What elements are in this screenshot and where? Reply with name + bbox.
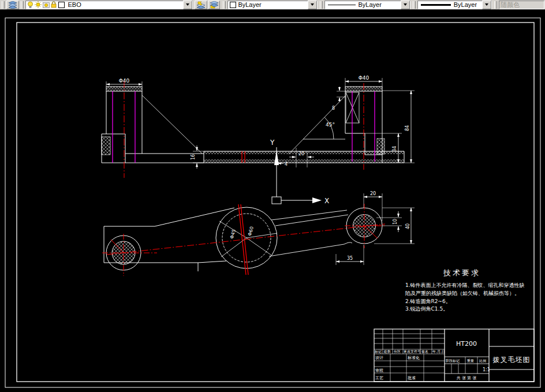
scale-value: 1:1: [483, 367, 490, 372]
make-layer-current-icon: [196, 1, 206, 9]
tech-req-line: 2.铸造圆角R2~6。: [405, 298, 451, 304]
tech-req-line: 3.锐边倒角C1.5。: [405, 306, 448, 312]
bulb-icon: [27, 1, 33, 8]
layers-stack-icon: [8, 1, 17, 9]
layer-color-swatch: [58, 2, 65, 8]
front-view-centerlines: [124, 81, 364, 178]
lineweight-value: ByLayer: [454, 1, 477, 8]
layer-properties-button[interactable]: [6, 1, 19, 9]
toolbar-grip[interactable]: [413, 1, 416, 9]
tb-header: 年.月.日: [432, 349, 445, 354]
dim-label-plate-thickness: 16: [191, 154, 196, 160]
color-value: ByLayer: [238, 1, 261, 8]
y-axis-label: Y: [270, 139, 275, 147]
lineweight-dropdown-arrow-icon[interactable]: [482, 1, 491, 9]
dim-label-lug-width: 20: [370, 191, 376, 196]
make-object-layer-current-button[interactable]: [195, 1, 207, 9]
tb-header: 分区: [394, 349, 401, 353]
ucs-icon: Y X: [270, 139, 329, 205]
front-view: [102, 87, 404, 163]
layers-toolbar: EBO ByLayer ByLayer ByLayer 随颜色: [0, 0, 545, 10]
plan-view-dimensions: Φ45 Φ60 20 35 10 40: [229, 191, 415, 265]
dim-label-chamfer-angle: 45°: [326, 122, 335, 128]
scale-label: 比例: [479, 359, 486, 363]
dim-label-boss-left-dia: Φ40: [119, 78, 130, 84]
linetype-sample: [328, 5, 356, 5]
dim-label-lug-od: 40: [405, 223, 410, 229]
lineweight-sample: [421, 4, 451, 6]
dim-label-step-height: 34: [392, 146, 397, 152]
tb-header: 处数: [383, 349, 391, 354]
role-audit: 审核: [375, 368, 383, 373]
sheet-note: 共 张 第 张: [457, 376, 477, 380]
layer-dropdown-arrow-icon[interactable]: [183, 1, 192, 9]
cad-drawing: Φ40 Φ40 8 45° 16 20 4 84 34 Y X: [0, 10, 545, 392]
tech-req-line: 陷及严重的残缺类缺陷（如欠铸、机械损伤等）。: [405, 290, 520, 296]
tb-header: 更改文件号: [404, 349, 421, 353]
material-label: HT200: [456, 340, 477, 348]
role-standard: 标准化: [407, 356, 420, 360]
dim-label-boss-right-dia: Φ40: [359, 75, 369, 81]
sheet-frame: [5, 18, 540, 387]
layer-dropdown[interactable]: EBO: [25, 1, 193, 9]
dim-label-cap-thickness: 8: [332, 106, 335, 111]
freeze-viewport-icon: [43, 1, 50, 8]
dim-label-overall-height: 84: [405, 125, 410, 131]
dim-label-ring-inner-dia: Φ45: [229, 229, 237, 239]
linetype-control[interactable]: ByLayer: [324, 1, 410, 9]
drawing-canvas[interactable]: Φ40 Φ40 8 45° 16 20 4 84 34 Y X: [0, 10, 545, 392]
toolbar-grip[interactable]: [320, 1, 323, 9]
color-control[interactable]: ByLayer: [227, 1, 317, 9]
toolbar-grip[interactable]: [494, 1, 497, 9]
color-dropdown-arrow-icon[interactable]: [308, 1, 317, 9]
color-swatch: [230, 2, 236, 8]
dim-label-lug-bore-offset: 10: [393, 219, 398, 225]
toolbar-grip[interactable]: [21, 1, 24, 9]
layer-previous-icon: [210, 1, 219, 9]
x-axis-label: X: [324, 197, 329, 205]
tech-req-title: 技术要求: [443, 268, 480, 277]
plot-style-control: 随颜色: [499, 1, 544, 9]
layer-previous-button[interactable]: [208, 1, 221, 9]
role-process: 工艺: [375, 376, 383, 380]
weight-label: 重量: [466, 359, 474, 363]
sun-icon: [35, 1, 42, 8]
stage-label: 阶段标记: [446, 359, 460, 363]
lineweight-control[interactable]: ByLayer: [417, 1, 492, 9]
linetype-dropdown-arrow-icon[interactable]: [401, 1, 410, 9]
dim-label-lug-offset: 35: [347, 256, 353, 261]
plot-style-value: 随颜色: [501, 1, 520, 9]
layer-name: EBO: [68, 1, 81, 8]
linetype-value: ByLayer: [359, 1, 382, 8]
role-approve: 批准: [408, 376, 416, 380]
technical-requirements: 技术要求 1.铸件表面上不允许有冷隔、裂纹、缩孔和穿透性缺 陷及严重的残缺类缺陷…: [405, 268, 525, 312]
dim-label-groove-width: 20: [298, 151, 304, 156]
tb-header: 标记: [374, 349, 382, 354]
dim-label-groove-depth: 4: [285, 162, 288, 167]
role-design: 设计: [375, 356, 383, 360]
lock-icon: [51, 1, 57, 8]
toolbar-grip[interactable]: [223, 1, 226, 9]
dim-label-ring-outer-dia: Φ60: [247, 226, 255, 236]
toolbar-grip[interactable]: [2, 1, 5, 9]
tb-header: 签名: [421, 349, 428, 354]
tech-req-line: 1.铸件表面上不允许有冷隔、裂纹、缩孔和穿透性缺: [405, 282, 525, 288]
drawing-title: 拨叉毛坯图: [492, 356, 531, 364]
